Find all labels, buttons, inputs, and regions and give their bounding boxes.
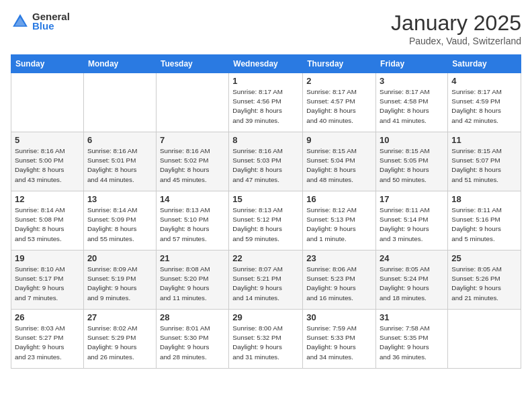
day-number: 20: [87, 253, 152, 263]
day-info: Sunrise: 7:59 AM Sunset: 5:33 PM Dayligh…: [306, 324, 372, 362]
calendar-cell: 15Sunrise: 8:13 AM Sunset: 5:12 PM Dayli…: [229, 191, 303, 250]
calendar-cell: 20Sunrise: 8:09 AM Sunset: 5:19 PM Dayli…: [83, 250, 156, 310]
day-info: Sunrise: 8:16 AM Sunset: 5:01 PM Dayligh…: [87, 146, 152, 185]
day-info: Sunrise: 8:05 AM Sunset: 5:24 PM Dayligh…: [380, 265, 444, 303]
calendar-cell: 4Sunrise: 8:17 AM Sunset: 4:59 PM Daylig…: [448, 73, 521, 132]
day-number: 31: [380, 312, 444, 322]
calendar-week-3: 12Sunrise: 8:14 AM Sunset: 5:08 PM Dayli…: [11, 191, 521, 250]
day-info: Sunrise: 8:05 AM Sunset: 5:26 PM Dayligh…: [451, 265, 517, 303]
calendar-cell: 1Sunrise: 8:17 AM Sunset: 4:56 PM Daylig…: [229, 73, 303, 132]
page-header: General Blue January 2025 Paudex, Vaud, …: [11, 11, 521, 46]
title-block: January 2025 Paudex, Vaud, Switzerland: [391, 11, 521, 46]
day-info: Sunrise: 8:03 AM Sunset: 5:27 PM Dayligh…: [15, 324, 80, 362]
day-number: 5: [15, 135, 80, 145]
weekday-header-sunday: Sunday: [11, 55, 84, 73]
day-info: Sunrise: 8:15 AM Sunset: 5:04 PM Dayligh…: [306, 146, 372, 185]
calendar-header: SundayMondayTuesdayWednesdayThursdayFrid…: [11, 55, 521, 73]
calendar-cell: 7Sunrise: 8:16 AM Sunset: 5:02 PM Daylig…: [156, 132, 228, 191]
calendar-cell: 31Sunrise: 7:58 AM Sunset: 5:35 PM Dayli…: [376, 310, 448, 369]
calendar-title: January 2025: [391, 11, 521, 36]
calendar-cell: 11Sunrise: 8:15 AM Sunset: 5:07 PM Dayli…: [448, 132, 521, 191]
day-number: 19: [15, 253, 80, 263]
day-info: Sunrise: 8:06 AM Sunset: 5:23 PM Dayligh…: [306, 265, 372, 303]
weekday-header-saturday: Saturday: [448, 55, 521, 73]
day-info: Sunrise: 8:13 AM Sunset: 5:12 PM Dayligh…: [232, 205, 299, 244]
day-info: Sunrise: 8:10 AM Sunset: 5:17 PM Dayligh…: [15, 265, 80, 303]
day-info: Sunrise: 8:07 AM Sunset: 5:21 PM Dayligh…: [232, 265, 299, 303]
calendar-table: SundayMondayTuesdayWednesdayThursdayFrid…: [11, 54, 521, 369]
day-info: Sunrise: 8:14 AM Sunset: 5:09 PM Dayligh…: [87, 205, 152, 244]
calendar-week-2: 5Sunrise: 8:16 AM Sunset: 5:00 PM Daylig…: [11, 132, 521, 191]
calendar-cell: 8Sunrise: 8:16 AM Sunset: 5:03 PM Daylig…: [229, 132, 303, 191]
day-info: Sunrise: 8:16 AM Sunset: 5:02 PM Dayligh…: [160, 146, 225, 185]
day-number: 26: [15, 312, 80, 322]
day-number: 4: [451, 76, 517, 86]
weekday-header-thursday: Thursday: [303, 55, 376, 73]
calendar-week-4: 19Sunrise: 8:10 AM Sunset: 5:17 PM Dayli…: [11, 250, 521, 310]
day-info: Sunrise: 8:13 AM Sunset: 5:10 PM Dayligh…: [160, 205, 225, 244]
logo: General Blue: [11, 11, 70, 32]
calendar-cell: 9Sunrise: 8:15 AM Sunset: 5:04 PM Daylig…: [303, 132, 376, 191]
calendar-week-5: 26Sunrise: 8:03 AM Sunset: 5:27 PM Dayli…: [11, 310, 521, 369]
day-info: Sunrise: 8:15 AM Sunset: 5:07 PM Dayligh…: [451, 146, 517, 185]
day-info: Sunrise: 8:02 AM Sunset: 5:29 PM Dayligh…: [87, 324, 152, 362]
day-info: Sunrise: 8:12 AM Sunset: 5:13 PM Dayligh…: [306, 205, 372, 244]
day-number: 12: [15, 194, 80, 204]
calendar-cell: 12Sunrise: 8:14 AM Sunset: 5:08 PM Dayli…: [11, 191, 84, 250]
day-number: 24: [380, 253, 444, 263]
day-info: Sunrise: 8:08 AM Sunset: 5:20 PM Dayligh…: [160, 265, 225, 303]
calendar-cell: 2Sunrise: 8:17 AM Sunset: 4:57 PM Daylig…: [303, 73, 376, 132]
calendar-cell: [448, 310, 521, 369]
calendar-cell: 29Sunrise: 8:00 AM Sunset: 5:32 PM Dayli…: [229, 310, 303, 369]
weekday-header-friday: Friday: [376, 55, 448, 73]
day-number: 10: [380, 135, 444, 145]
calendar-body: 1Sunrise: 8:17 AM Sunset: 4:56 PM Daylig…: [11, 73, 521, 369]
calendar-cell: 23Sunrise: 8:06 AM Sunset: 5:23 PM Dayli…: [303, 250, 376, 310]
day-number: 22: [232, 253, 299, 263]
day-number: 14: [160, 194, 225, 204]
day-info: Sunrise: 8:17 AM Sunset: 4:59 PM Dayligh…: [451, 87, 517, 126]
day-number: 8: [232, 135, 299, 145]
calendar-cell: 19Sunrise: 8:10 AM Sunset: 5:17 PM Dayli…: [11, 250, 84, 310]
day-info: Sunrise: 7:58 AM Sunset: 5:35 PM Dayligh…: [380, 324, 444, 362]
day-info: Sunrise: 8:15 AM Sunset: 5:05 PM Dayligh…: [380, 146, 444, 185]
day-number: 18: [451, 194, 517, 204]
weekday-header-tuesday: Tuesday: [156, 55, 228, 73]
calendar-cell: 17Sunrise: 8:11 AM Sunset: 5:14 PM Dayli…: [376, 191, 448, 250]
calendar-cell: 6Sunrise: 8:16 AM Sunset: 5:01 PM Daylig…: [83, 132, 156, 191]
calendar-cell: 13Sunrise: 8:14 AM Sunset: 5:09 PM Dayli…: [83, 191, 156, 250]
calendar-cell: 24Sunrise: 8:05 AM Sunset: 5:24 PM Dayli…: [376, 250, 448, 310]
day-number: 2: [306, 76, 372, 86]
calendar-cell: 27Sunrise: 8:02 AM Sunset: 5:29 PM Dayli…: [83, 310, 156, 369]
calendar-cell: 25Sunrise: 8:05 AM Sunset: 5:26 PM Dayli…: [448, 250, 521, 310]
day-number: 6: [87, 135, 152, 145]
day-number: 1: [232, 76, 299, 86]
day-info: Sunrise: 8:09 AM Sunset: 5:19 PM Dayligh…: [87, 265, 152, 303]
day-info: Sunrise: 8:17 AM Sunset: 4:57 PM Dayligh…: [306, 87, 372, 126]
day-info: Sunrise: 8:11 AM Sunset: 5:14 PM Dayligh…: [380, 205, 444, 244]
day-number: 21: [160, 253, 225, 263]
logo-icon: [11, 12, 30, 31]
calendar-cell: 22Sunrise: 8:07 AM Sunset: 5:21 PM Dayli…: [229, 250, 303, 310]
day-number: 25: [451, 253, 517, 263]
calendar-cell: 26Sunrise: 8:03 AM Sunset: 5:27 PM Dayli…: [11, 310, 84, 369]
calendar-cell: 14Sunrise: 8:13 AM Sunset: 5:10 PM Dayli…: [156, 191, 228, 250]
day-info: Sunrise: 8:14 AM Sunset: 5:08 PM Dayligh…: [15, 205, 80, 244]
day-info: Sunrise: 8:17 AM Sunset: 4:56 PM Dayligh…: [232, 87, 299, 126]
calendar-week-1: 1Sunrise: 8:17 AM Sunset: 4:56 PM Daylig…: [11, 73, 521, 132]
day-number: 9: [306, 135, 372, 145]
calendar-cell: [156, 73, 228, 132]
calendar-cell: 28Sunrise: 8:01 AM Sunset: 5:30 PM Dayli…: [156, 310, 228, 369]
calendar-cell: 10Sunrise: 8:15 AM Sunset: 5:05 PM Dayli…: [376, 132, 448, 191]
day-number: 30: [306, 312, 372, 322]
day-number: 17: [380, 194, 444, 204]
day-number: 27: [87, 312, 152, 322]
day-info: Sunrise: 8:16 AM Sunset: 5:00 PM Dayligh…: [15, 146, 80, 185]
weekday-header-wednesday: Wednesday: [229, 55, 303, 73]
weekday-header-monday: Monday: [83, 55, 156, 73]
day-info: Sunrise: 8:11 AM Sunset: 5:16 PM Dayligh…: [451, 205, 517, 244]
day-number: 13: [87, 194, 152, 204]
calendar-cell: 5Sunrise: 8:16 AM Sunset: 5:00 PM Daylig…: [11, 132, 84, 191]
day-number: 11: [451, 135, 517, 145]
day-number: 29: [232, 312, 299, 322]
